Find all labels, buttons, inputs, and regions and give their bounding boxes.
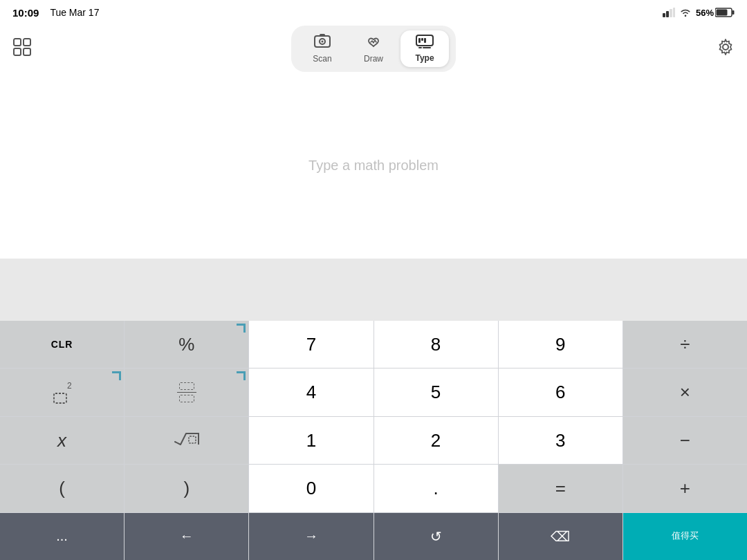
svg-rect-3: [673, 8, 675, 17]
key-4-label: 4: [306, 382, 316, 403]
left-arrow-label: ←: [180, 528, 194, 544]
lparen-key[interactable]: (: [0, 465, 124, 512]
mode-scan-label: Scan: [313, 54, 331, 64]
key-9-label: 9: [555, 334, 565, 355]
input-area[interactable]: Type a math problem: [0, 72, 747, 259]
type-icon: [416, 35, 434, 52]
equals-label: =: [555, 478, 566, 499]
key-3[interactable]: 3: [499, 417, 622, 464]
more-label: ...: [56, 528, 68, 544]
svg-rect-7: [14, 39, 21, 46]
mode-type-label: Type: [415, 53, 434, 63]
divide-key[interactable]: ÷: [623, 321, 747, 368]
key-5-label: 5: [431, 382, 441, 403]
undo-key[interactable]: ↺: [374, 513, 498, 560]
svg-rect-5: [732, 10, 735, 15]
svg-rect-14: [320, 34, 325, 36]
key-4[interactable]: 4: [249, 368, 373, 416]
key-7[interactable]: 7: [249, 321, 373, 368]
battery-percent: 56%: [696, 8, 714, 18]
multiply-key[interactable]: ×: [623, 368, 747, 416]
keyboard-row-5: ... ← → ↺ ⌫ 值得买: [0, 513, 747, 560]
keyboard-row-3: x 1 2 3 −: [0, 417, 747, 464]
rparen-key[interactable]: ): [124, 465, 248, 512]
dot-key[interactable]: .: [374, 465, 498, 512]
key-2[interactable]: 2: [374, 417, 498, 464]
status-icons: 56%: [663, 8, 735, 18]
status-time: 10:09: [12, 7, 39, 19]
left-arrow-key[interactable]: ←: [124, 513, 248, 560]
keyboard: CLR % 7 8 9 ÷ 2: [0, 321, 747, 560]
svg-point-21: [723, 44, 728, 50]
scan-icon: [314, 34, 331, 53]
key-7-label: 7: [306, 334, 316, 355]
keyboard-row-2: 2 4 5 6 ×: [0, 368, 747, 416]
multiply-label: ×: [680, 382, 690, 403]
backspace-key[interactable]: ⌫: [499, 513, 622, 560]
key-6[interactable]: 6: [499, 368, 622, 416]
svg-rect-20: [423, 47, 431, 48]
svg-rect-23: [189, 436, 196, 443]
grid-icon[interactable]: [12, 37, 32, 59]
key-1-label: 1: [306, 430, 316, 451]
fraction-key[interactable]: [124, 368, 248, 416]
backspace-label: ⌫: [551, 528, 570, 545]
watermark-label: 值得买: [672, 530, 699, 542]
svg-rect-1: [666, 11, 669, 17]
clr-key[interactable]: CLR: [0, 321, 124, 368]
divide-label: ÷: [680, 334, 690, 355]
right-arrow-key[interactable]: →: [249, 513, 373, 560]
svg-rect-8: [24, 39, 30, 46]
key-0[interactable]: 0: [249, 465, 373, 512]
minus-label: −: [680, 430, 690, 451]
more-key[interactable]: ...: [0, 513, 124, 560]
power-key[interactable]: 2: [0, 368, 124, 416]
mode-scan-button[interactable]: Scan: [298, 30, 347, 68]
svg-rect-6: [717, 10, 728, 16]
wifi-icon: [679, 8, 692, 17]
watermark-key[interactable]: 值得买: [623, 513, 747, 560]
keyboard-row-1: CLR % 7 8 9 ÷: [0, 321, 747, 368]
sqrt-key[interactable]: [124, 417, 248, 464]
minus-key[interactable]: −: [623, 417, 747, 464]
key-5[interactable]: 5: [374, 368, 498, 416]
key-1[interactable]: 1: [249, 417, 373, 464]
settings-icon[interactable]: [717, 38, 735, 59]
draw-icon: [366, 34, 381, 53]
mode-draw-button[interactable]: Draw: [349, 30, 398, 68]
mode-draw-label: Draw: [364, 54, 383, 64]
top-bar: Scan Draw: [0, 25, 747, 72]
key-6-label: 6: [555, 382, 565, 403]
svg-rect-2: [670, 9, 672, 17]
divider-area: [0, 259, 747, 321]
percent-key[interactable]: %: [124, 321, 248, 368]
key-0-label: 0: [306, 478, 316, 499]
status-date: Tue Mar 17: [50, 7, 99, 18]
key-3-label: 3: [555, 430, 565, 451]
equals-key[interactable]: =: [499, 465, 622, 512]
key-9[interactable]: 9: [499, 321, 622, 368]
mode-switcher: Scan Draw: [291, 26, 456, 72]
power-symbol: 2: [53, 381, 72, 404]
plus-key[interactable]: +: [623, 465, 747, 512]
dot-label: .: [433, 478, 438, 499]
clr-label: CLR: [51, 339, 73, 350]
input-placeholder: Type a math problem: [308, 158, 439, 174]
svg-rect-22: [54, 393, 66, 403]
svg-rect-10: [24, 48, 30, 55]
key-2-label: 2: [431, 430, 441, 451]
variable-key[interactable]: x: [0, 417, 124, 464]
undo-label: ↺: [430, 528, 442, 545]
svg-point-13: [322, 40, 324, 42]
key-8[interactable]: 8: [374, 321, 498, 368]
sqrt-symbol: [174, 431, 200, 450]
keyboard-row-4: ( ) 0 . = +: [0, 465, 747, 512]
battery-icon: [715, 8, 735, 17]
mode-type-button[interactable]: Type: [400, 30, 449, 67]
signal-icon: [663, 8, 675, 17]
battery-indicator: 56%: [696, 8, 735, 18]
fraction-symbol: [177, 382, 196, 403]
svg-rect-18: [424, 38, 426, 43]
rparen-label: ): [183, 478, 190, 499]
svg-rect-19: [418, 47, 422, 48]
